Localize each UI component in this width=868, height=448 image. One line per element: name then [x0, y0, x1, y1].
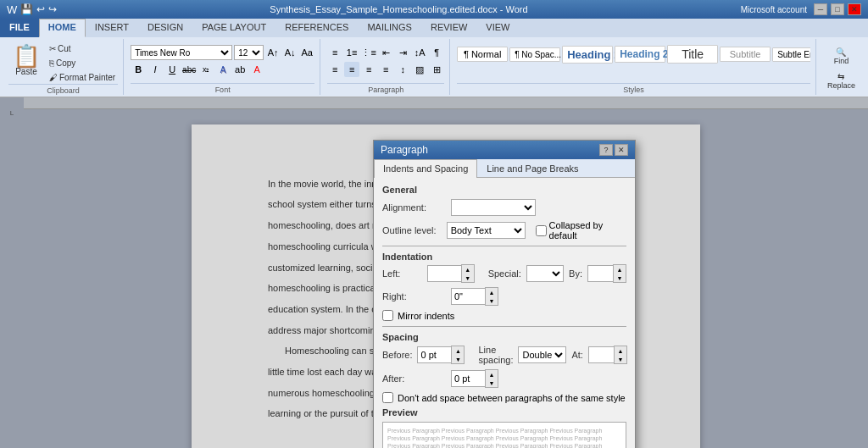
- preview-label: Preview: [382, 407, 626, 418]
- align-left-btn[interactable]: ≡: [327, 62, 342, 77]
- general-label: General: [382, 185, 626, 195]
- tab-review[interactable]: REVIEW: [421, 19, 476, 37]
- tab-references[interactable]: REFERENCES: [275, 19, 358, 37]
- style-subtle-emphasis[interactable]: Subtle Em...: [772, 47, 810, 62]
- left-indent-up[interactable]: ▲: [462, 265, 474, 274]
- underline-btn[interactable]: U: [164, 62, 180, 77]
- style-heading1[interactable]: Heading 1: [562, 46, 613, 64]
- increase-font-btn[interactable]: A↑: [265, 45, 281, 60]
- quick-access-save[interactable]: 💾: [20, 3, 33, 15]
- italic-btn[interactable]: I: [147, 62, 163, 77]
- window-title: Synthesis_Essay_Sample_Homeschooling.edi…: [57, 4, 740, 14]
- sort-btn[interactable]: ↕A: [412, 45, 427, 60]
- after-down[interactable]: ▼: [486, 379, 498, 387]
- dialog-tab-line-breaks[interactable]: Line and Page Breaks: [477, 159, 587, 177]
- paste-button[interactable]: 📋 Paste: [8, 42, 44, 79]
- by-up[interactable]: ▲: [614, 265, 626, 274]
- tab-design[interactable]: DESIGN: [138, 19, 192, 37]
- left-indent-down[interactable]: ▼: [462, 274, 474, 282]
- find-button[interactable]: 🔍 Find: [823, 45, 860, 68]
- before-down[interactable]: ▼: [452, 355, 464, 363]
- change-case-btn[interactable]: Aa: [299, 45, 314, 60]
- before-input[interactable]: [417, 346, 451, 363]
- line-spacing-select[interactable]: Double: [518, 346, 566, 363]
- justify-btn[interactable]: ≡: [378, 62, 393, 77]
- bold-btn[interactable]: B: [131, 62, 146, 77]
- tab-view[interactable]: VIEW: [476, 19, 519, 37]
- strikethrough-btn[interactable]: abc: [181, 62, 197, 77]
- style-no-spacing[interactable]: ¶ No Spac...: [509, 47, 560, 62]
- after-input[interactable]: [451, 370, 485, 387]
- font-size-select[interactable]: 12: [234, 45, 264, 60]
- after-label: After:: [382, 373, 446, 384]
- shading-btn[interactable]: ▨: [412, 62, 427, 77]
- borders-btn[interactable]: ⊞: [429, 62, 444, 77]
- left-indent-input[interactable]: [427, 265, 461, 282]
- right-indent-up[interactable]: ▲: [486, 288, 498, 296]
- preview-box: Previous Paragraph Previous Paragraph Pr…: [382, 422, 626, 448]
- tab-mailings[interactable]: MAILINGS: [358, 19, 421, 37]
- highlight-btn[interactable]: ab: [232, 62, 248, 77]
- outline-level-label: Outline level:: [382, 225, 442, 235]
- find-icon: 🔍: [836, 47, 846, 57]
- minimize-btn[interactable]: ─: [814, 3, 827, 15]
- replace-button[interactable]: ⇆ Replace: [823, 69, 860, 92]
- close-btn[interactable]: ✕: [848, 3, 861, 15]
- tab-file[interactable]: FILE: [0, 19, 39, 37]
- text-effects-btn[interactable]: A: [215, 62, 231, 77]
- quick-access-redo[interactable]: ↪: [48, 3, 57, 15]
- mirror-indents-checkbox[interactable]: [382, 310, 393, 321]
- special-select[interactable]: [526, 265, 564, 282]
- dialog-help-btn[interactable]: ?: [599, 144, 613, 156]
- font-family-select[interactable]: Times New Ro: [131, 45, 232, 60]
- tab-insert[interactable]: INSERT: [86, 19, 138, 37]
- increase-indent-btn[interactable]: ⇥: [395, 45, 410, 60]
- style-subtitle[interactable]: Subtitle: [720, 47, 771, 62]
- decrease-indent-btn[interactable]: ⇤: [378, 45, 393, 60]
- replace-label: Replace: [827, 81, 855, 90]
- at-up[interactable]: ▲: [615, 346, 626, 355]
- align-right-btn[interactable]: ≡: [361, 62, 376, 77]
- format-painter-button[interactable]: 🖌 Format Painter: [47, 71, 118, 84]
- dont-add-space-checkbox[interactable]: [382, 392, 393, 403]
- right-indent-down[interactable]: ▼: [486, 296, 498, 305]
- font-color-btn[interactable]: A: [249, 62, 264, 77]
- right-indent-input[interactable]: [451, 288, 485, 305]
- multilevel-btn[interactable]: ⋮≡: [361, 45, 376, 60]
- tab-page-layout[interactable]: PAGE LAYOUT: [192, 19, 275, 37]
- by-input[interactable]: [587, 265, 613, 282]
- style-normal[interactable]: ¶ Normal: [457, 47, 508, 62]
- tab-home[interactable]: HOME: [39, 19, 86, 37]
- ribbon: FILE HOME INSERT DESIGN PAGE LAYOUT REFE…: [0, 19, 868, 97]
- styles-gallery: ¶ Normal ¶ No Spac... Heading 1 Heading …: [457, 42, 810, 64]
- dialog-tab-indents-spacing[interactable]: Indents and Spacing: [374, 159, 477, 178]
- before-up[interactable]: ▲: [452, 346, 464, 355]
- at-input[interactable]: [588, 346, 614, 363]
- numbering-btn[interactable]: 1≡: [344, 45, 359, 60]
- before-spinner: ▲ ▼: [417, 346, 465, 364]
- quick-access-undo[interactable]: ↩: [36, 3, 45, 15]
- collapsed-checkbox[interactable]: [536, 225, 547, 236]
- line-spacing-btn[interactable]: ↕: [395, 62, 410, 77]
- style-title[interactable]: Title: [667, 45, 718, 64]
- cut-button[interactable]: ✂ Cut: [47, 42, 118, 55]
- at-down[interactable]: ▼: [615, 355, 626, 363]
- style-heading2[interactable]: Heading 2: [615, 46, 665, 63]
- alignment-select[interactable]: [451, 199, 536, 216]
- ribbon-content: 📋 Paste ✂ Cut ⎘ Copy 🖌 Format Painter: [0, 37, 868, 97]
- outline-level-row: Outline level: Body Text Collapsed by de…: [382, 220, 626, 241]
- subscript-btn[interactable]: x₂: [198, 62, 214, 77]
- dialog-close-btn[interactable]: ✕: [615, 144, 628, 156]
- decrease-font-btn[interactable]: A↓: [282, 45, 298, 60]
- copy-button[interactable]: ⎘ Copy: [47, 57, 118, 69]
- outline-level-select[interactable]: Body Text: [447, 222, 526, 239]
- after-up[interactable]: ▲: [486, 370, 498, 379]
- by-down[interactable]: ▼: [614, 274, 626, 282]
- maximize-btn[interactable]: □: [831, 3, 844, 15]
- paragraph-group: ≡ 1≡ ⋮≡ ⇤ ⇥ ↕A ¶ ≡ ≡ ≡ ≡ ↕ ▨: [322, 39, 450, 95]
- mirror-indents-row: Mirror indents: [382, 310, 626, 321]
- at-label: At:: [571, 350, 582, 360]
- show-formatting-btn[interactable]: ¶: [429, 45, 444, 60]
- bullets-btn[interactable]: ≡: [327, 45, 342, 60]
- align-center-btn[interactable]: ≡: [344, 62, 359, 77]
